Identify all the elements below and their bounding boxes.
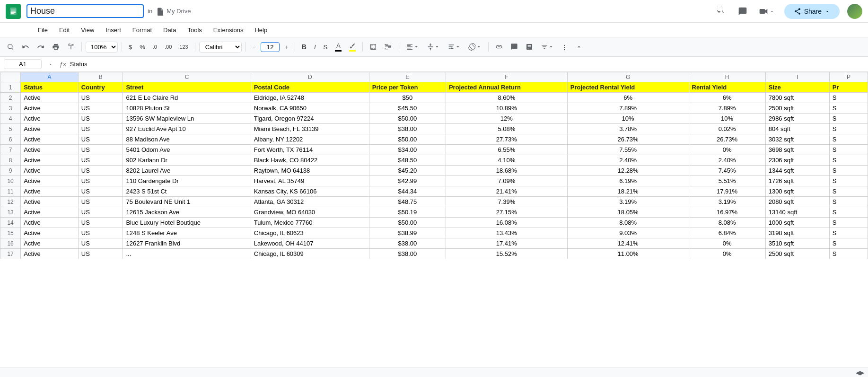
row-num-7[interactable]: 7 (0, 145, 21, 155)
cell-f2[interactable]: 8.60% (446, 93, 567, 103)
col-header-c[interactable]: C (123, 72, 251, 82)
cell-b10[interactable]: US (78, 176, 123, 186)
row-num-17[interactable]: 17 (0, 249, 21, 259)
cell-e3[interactable]: $45.50 (369, 103, 446, 114)
cell-c15[interactable]: 1248 S Keeler Ave (123, 228, 251, 238)
cell-h15[interactable]: 6.84% (689, 228, 765, 238)
col-header-f[interactable]: F (446, 72, 567, 82)
row-num-4[interactable]: 4 (0, 114, 21, 124)
cell-h4[interactable]: 10% (689, 114, 765, 124)
cell-d12[interactable]: Atlanta, GA 30312 (251, 197, 369, 207)
cell-e5[interactable]: $38.00 (369, 124, 446, 134)
chart-btn[interactable] (523, 41, 536, 53)
col-header-b[interactable]: B (78, 72, 123, 82)
cell-i7[interactable]: 3698 sqft (765, 145, 829, 155)
cell-h7[interactable]: 0% (689, 145, 765, 155)
cell-d9[interactable]: Raytown, MO 64138 (251, 166, 369, 176)
cell-h10[interactable]: 5.51% (689, 176, 765, 186)
cell-a16[interactable]: Active (21, 238, 79, 249)
cell-g11[interactable]: 18.21% (567, 186, 689, 197)
cell-i6[interactable]: 3032 sqft (765, 134, 829, 145)
cell-j15[interactable]: S (829, 228, 868, 238)
cell-j1[interactable]: Pr (829, 82, 868, 93)
cell-g9[interactable]: 12.28% (567, 166, 689, 176)
cell-a11[interactable]: Active (21, 186, 79, 197)
cell-g6[interactable]: 26.73% (567, 134, 689, 145)
name-box[interactable] (4, 59, 42, 69)
cell-h9[interactable]: 7.45% (689, 166, 765, 176)
col-header-j[interactable]: P (829, 72, 868, 82)
formula-input[interactable] (70, 61, 864, 68)
font-size-input[interactable] (261, 42, 280, 52)
cell-i11[interactable]: 1300 sqft (765, 186, 829, 197)
cell-j17[interactable]: S (829, 249, 868, 259)
cell-g14[interactable]: 8.08% (567, 218, 689, 228)
cell-a14[interactable]: Active (21, 218, 79, 228)
cell-j3[interactable]: S (829, 103, 868, 114)
cell-d6[interactable]: Albany, NY 12202 (251, 134, 369, 145)
cell-b12[interactable]: US (78, 197, 123, 207)
cell-i16[interactable]: 3510 sqft (765, 238, 829, 249)
cell-j7[interactable]: S (829, 145, 868, 155)
cell-e7[interactable]: $34.00 (369, 145, 446, 155)
zoom-select[interactable]: 100% (86, 42, 118, 53)
col-header-a[interactable]: A (21, 72, 79, 82)
cell-h16[interactable]: 0% (689, 238, 765, 249)
cell-d11[interactable]: Kansas City, KS 66106 (251, 186, 369, 197)
menu-file[interactable]: File (33, 25, 53, 35)
cell-c11[interactable]: 2423 S 51st Ct (123, 186, 251, 197)
font-size-inc-btn[interactable]: + (281, 42, 291, 53)
cell-e6[interactable]: $50.00 (369, 134, 446, 145)
row-num-1[interactable]: 1 (0, 82, 21, 93)
file-title-input[interactable] (26, 4, 144, 18)
cell-a17[interactable]: Active (21, 249, 79, 259)
cell-a2[interactable]: Active (21, 93, 79, 103)
undo-btn[interactable] (19, 41, 32, 53)
cell-e11[interactable]: $44.34 (369, 186, 446, 197)
menu-extensions[interactable]: Extensions (209, 25, 248, 35)
cell-f10[interactable]: 7.09% (446, 176, 567, 186)
strikethrough-btn[interactable]: S (321, 42, 331, 53)
menu-tools[interactable]: Tools (183, 25, 206, 35)
cell-i9[interactable]: 1344 sqft (765, 166, 829, 176)
cell-j14[interactable]: S (829, 218, 868, 228)
cell-a5[interactable]: Active (21, 124, 79, 134)
share-button[interactable]: Share (784, 4, 840, 19)
cell-a8[interactable]: Active (21, 155, 79, 166)
row-num-3[interactable]: 3 (0, 103, 21, 114)
cell-c13[interactable]: 12615 Jackson Ave (123, 207, 251, 218)
cell-f9[interactable]: 18.68% (446, 166, 567, 176)
text-color-btn[interactable]: A (332, 40, 344, 53)
cell-d10[interactable]: Harvest, AL 35749 (251, 176, 369, 186)
font-size-dec-btn[interactable]: − (250, 42, 259, 53)
cell-c16[interactable]: 12627 Franklin Blvd (123, 238, 251, 249)
cell-b13[interactable]: US (78, 207, 123, 218)
cell-c10[interactable]: 110 Gardengate Dr (123, 176, 251, 186)
cell-e14[interactable]: $50.00 (369, 218, 446, 228)
merge-btn[interactable] (382, 41, 395, 53)
scroll-left[interactable]: ◀ (856, 369, 860, 376)
cell-f5[interactable]: 5.08% (446, 124, 567, 134)
cell-d7[interactable]: Fort Worth, TX 76114 (251, 145, 369, 155)
cell-f4[interactable]: 12% (446, 114, 567, 124)
cell-a6[interactable]: Active (21, 134, 79, 145)
cell-d3[interactable]: Norwalk, CA 90650 (251, 103, 369, 114)
link-btn[interactable] (492, 41, 506, 53)
cell-b16[interactable]: US (78, 238, 123, 249)
cell-e17[interactable]: $38.00 (369, 249, 446, 259)
highlight-color-btn[interactable] (346, 41, 359, 53)
align-btn[interactable] (403, 41, 422, 53)
cell-d1[interactable]: Postal Code (251, 82, 369, 93)
cell-b17[interactable]: US (78, 249, 123, 259)
cell-i13[interactable]: 13140 sqft (765, 207, 829, 218)
valign-btn[interactable] (424, 41, 443, 53)
cell-g17[interactable]: 11.00% (567, 249, 689, 259)
cell-i15[interactable]: 3198 sqft (765, 228, 829, 238)
row-num-10[interactable]: 10 (0, 176, 21, 186)
cell-j13[interactable]: S (829, 207, 868, 218)
cell-j16[interactable]: S (829, 238, 868, 249)
formula-expand-btn[interactable] (45, 60, 56, 69)
col-header-d[interactable]: D (251, 72, 369, 82)
col-header-i[interactable]: I (765, 72, 829, 82)
cell-b2[interactable]: US (78, 93, 123, 103)
